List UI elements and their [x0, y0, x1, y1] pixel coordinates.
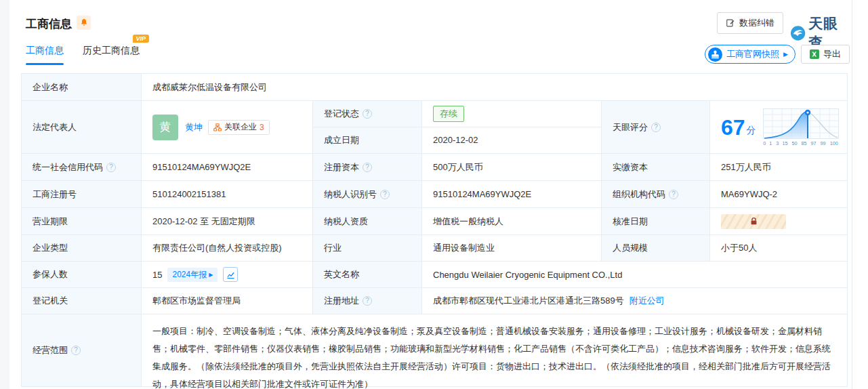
business-term-label: 营业期限	[22, 208, 142, 234]
nearby-companies-link[interactable]: 附近公司	[629, 295, 665, 307]
score-number: 67	[721, 117, 745, 138]
industry-value: 通用设备制造业	[422, 235, 602, 261]
official-snapshot-button[interactable]: 工商官网快照 ▶	[705, 45, 795, 64]
locked-value-bar[interactable]	[721, 214, 786, 229]
export-label: 导出	[823, 48, 841, 60]
org-chart-icon	[213, 123, 222, 131]
score-unit: 分	[747, 125, 756, 137]
reg-number-label: 工商注册号	[22, 181, 142, 207]
legal-rep-name-link[interactable]: 黄坤	[185, 121, 203, 134]
reg-capital-value: 500万人民币	[422, 154, 602, 180]
score-distribution-chart[interactable]: 01 315 5085 9799 100	[763, 108, 839, 146]
credit-code-value: 91510124MA69YWJQ2E	[142, 154, 313, 180]
subscribe-bell-button[interactable]	[77, 16, 91, 30]
legal-rep-label: 法定代表人	[22, 101, 142, 153]
legal-rep-value: 黄 黄坤 关联企业 3	[142, 101, 313, 153]
related-companies-badge[interactable]: 关联企业 3	[208, 120, 270, 135]
org-code-label: 组织机构代码 ?	[602, 181, 710, 207]
score-value: 67 分	[710, 101, 847, 153]
credit-code-label: 统一社会信用代码 ?	[22, 154, 142, 180]
insured-count-value: 15 2024年报 ▶	[142, 262, 313, 287]
tab-business-info-label: 工商信息	[26, 45, 64, 56]
insured-trend-button[interactable]	[223, 267, 238, 282]
company-type-label: 企业类型	[22, 235, 142, 261]
industry-label: 行业	[313, 235, 422, 261]
lock-icon	[749, 217, 758, 226]
tab-business-info[interactable]: 工商信息	[26, 45, 64, 65]
page-title: 工商信息	[26, 16, 72, 32]
reg-status-value: 存续	[422, 101, 601, 127]
row-reg-number: 工商注册号 510124002151381 纳税人识别号 ? 91510124M…	[22, 181, 847, 208]
legal-rep-avatar[interactable]: 黄	[152, 115, 178, 140]
company-type-value: 有限责任公司(自然人投资或控股)	[142, 235, 313, 261]
row-business-term: 营业期限 2020-12-02 至 无固定期限 纳税人资质 增值税一般纳税人 核…	[22, 208, 847, 235]
active-tab-underline	[26, 63, 64, 65]
help-icon[interactable]: ?	[106, 163, 116, 172]
export-button[interactable]: 导出	[801, 45, 850, 64]
help-icon[interactable]: ?	[363, 296, 372, 306]
help-icon[interactable]: ?	[363, 163, 372, 172]
status-badge: 存续	[433, 106, 464, 122]
row-reg-authority: 登记机关 郫都区市场监督管理局 注册地址 ? 成都市郫都区现代工业港北片区港通北…	[22, 288, 847, 314]
row-establish-date: 成立日期 2020-12-02	[313, 127, 601, 154]
data-correction-button[interactable]: 数据纠错	[717, 12, 783, 34]
row-legal-representative: 法定代表人 黄 黄坤 关联企业 3 登	[22, 101, 847, 154]
english-name-label: 英文名称	[313, 262, 422, 287]
tab-history-label: 历史工商信息	[83, 45, 140, 56]
row-business-scope: 经营范围 ? 一般项目：制冷、空调设备制造；气体、液体分离及纯净设备制造；泵及真…	[22, 314, 847, 386]
row-company-name: 企业名称 成都威莱尔低温设备有限公司	[22, 74, 847, 101]
vip-badge: VIP	[133, 35, 149, 43]
stamp-icon	[708, 47, 722, 62]
excel-icon	[810, 49, 819, 59]
annual-report-badge[interactable]: 2024年报 ▶	[167, 268, 218, 282]
score-axis-ticks: 01 315 5085 9799 100	[763, 140, 839, 146]
related-companies-count: 3	[260, 123, 264, 132]
insured-count-label: 参保人数	[22, 262, 142, 287]
help-icon[interactable]: ?	[669, 190, 678, 199]
bell-icon	[80, 18, 88, 27]
score-curve	[763, 108, 839, 140]
help-icon[interactable]: ?	[363, 109, 372, 119]
paid-capital-label: 实缴资本	[602, 154, 710, 180]
reg-address-label: 注册地址 ?	[313, 288, 422, 314]
taxpayer-quality-value: 增值税一般纳税人	[422, 208, 602, 234]
status-date-subgrid: 登记状态 ? 存续 成立日期 2020-12-02	[313, 101, 602, 153]
reg-authority-value: 郫都区市场监督管理局	[142, 288, 313, 314]
approval-date-value	[710, 208, 847, 234]
establish-date-value: 2020-12-02	[422, 127, 601, 154]
reg-number-value: 510124002151381	[142, 181, 313, 207]
approval-date-label: 核准日期	[602, 208, 710, 234]
taxpayer-id-value: 91510124MA69YWJQ2E	[422, 181, 602, 207]
row-company-type: 企业类型 有限责任公司(自然人投资或控股) 行业 通用设备制造业 人员规模 小于…	[22, 235, 847, 262]
tianyancha-logo-icon	[790, 25, 806, 41]
tab-bar: 工商信息 历史工商信息 VIP	[26, 45, 140, 65]
data-correction-label: 数据纠错	[739, 17, 774, 29]
tab-history-business-info[interactable]: 历史工商信息 VIP	[83, 45, 140, 65]
establish-date-label: 成立日期	[313, 127, 422, 154]
org-code-value: MA69YWJQ-2	[710, 181, 847, 207]
staff-size-value: 小于50人	[710, 235, 847, 261]
business-info-card: 工商信息 数据纠错 天眼查 工商信息 历史工商信息 VIP	[9, 0, 852, 389]
official-snapshot-label: 工商官网快照	[726, 48, 779, 60]
help-icon[interactable]: ?	[380, 190, 390, 199]
annual-report-label: 2024年报	[172, 269, 207, 281]
reg-authority-label: 登记机关	[22, 288, 142, 314]
page-left-margin	[0, 0, 9, 389]
help-icon[interactable]: ?	[71, 346, 81, 355]
correction-icon	[726, 18, 735, 28]
business-info-table: 企业名称 成都威莱尔低温设备有限公司 法定代表人 黄 黄坤 关联企业 3	[21, 73, 848, 387]
help-icon[interactable]: ?	[651, 123, 661, 132]
business-scope-label: 经营范围 ?	[22, 314, 142, 386]
reg-capital-label: 注册资本 ?	[313, 154, 422, 180]
card-right-border	[852, 0, 852, 389]
business-term-value: 2020-12-02 至 无固定期限	[142, 208, 313, 234]
taxpayer-quality-label: 纳税人资质	[313, 208, 422, 234]
business-scope-value: 一般项目：制冷、空调设备制造；气体、液体分离及纯净设备制造；泵及真空设备制造；普…	[142, 314, 847, 386]
row-credit-code: 统一社会信用代码 ? 91510124MA69YWJQ2E 注册资本 ? 500…	[22, 154, 847, 181]
company-name-label: 企业名称	[22, 74, 142, 100]
reg-address-value: 成都市郫都区现代工业港北片区港通北三路589号 附近公司	[422, 288, 847, 314]
english-name-value: Chengdu Weilaier Cryogenic Equipment CO.…	[422, 262, 847, 287]
company-name-value: 成都威莱尔低温设备有限公司	[142, 74, 847, 100]
related-companies-label: 关联企业	[224, 121, 257, 133]
arrow-right-icon: ▶	[783, 51, 788, 58]
